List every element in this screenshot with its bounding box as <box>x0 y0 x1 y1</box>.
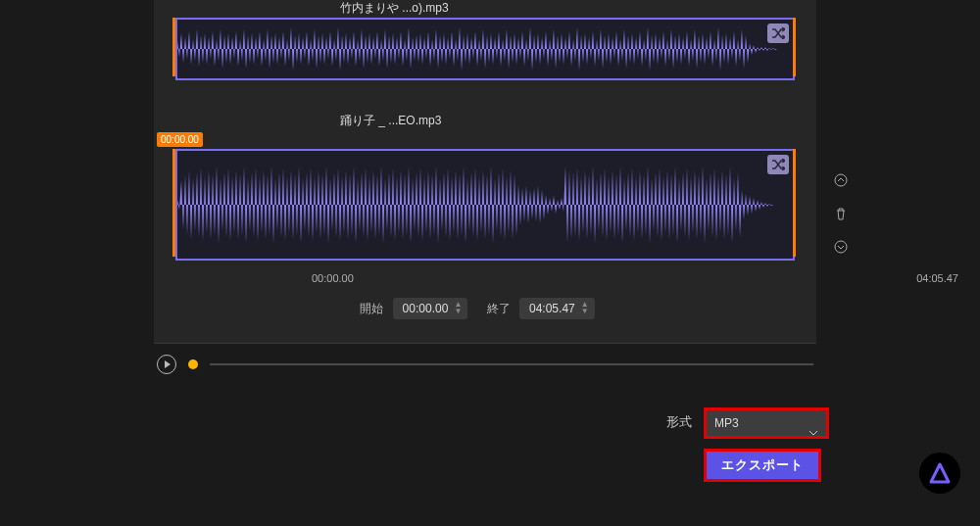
start-time-input[interactable]: 00:00.00 ▲▼ <box>393 298 468 319</box>
shuffle-icon[interactable] <box>767 155 789 174</box>
clip1-handle-left[interactable] <box>172 18 175 76</box>
clip1-handle-right[interactable] <box>793 18 796 76</box>
start-label: 開始 <box>360 302 383 315</box>
play-button[interactable] <box>157 355 176 374</box>
side-toolbar <box>833 172 849 255</box>
playhead-dot[interactable] <box>188 359 198 369</box>
end-time-input[interactable]: 04:05.47 ▲▼ <box>519 298 595 319</box>
time-start: 00:00.00 <box>312 272 354 284</box>
collapse-icon[interactable] <box>833 172 849 188</box>
range-controls: 開始 00:00.00 ▲▼ 終了 04:05.47 ▲▼ <box>154 298 816 319</box>
stepper-icon[interactable]: ▲▼ <box>581 301 589 314</box>
clip1-filename: 竹内まりや ...o).mp3 <box>340 0 449 17</box>
svg-point-3 <box>835 241 847 253</box>
time-ruler: 00:00.00 04:05.47 <box>312 272 958 284</box>
playhead-time-tag: 00:00.00 <box>157 132 203 147</box>
shuffle-icon[interactable] <box>767 24 789 43</box>
play-icon <box>165 360 171 368</box>
expand-icon[interactable] <box>833 239 849 255</box>
stepper-icon[interactable]: ▲▼ <box>454 301 462 314</box>
clip2-waveform[interactable] <box>175 149 795 261</box>
format-dropdown[interactable]: MP3 <box>704 407 829 439</box>
clip2-handle-left[interactable] <box>172 149 175 257</box>
export-button[interactable]: エクスポート <box>704 449 821 482</box>
time-end: 04:05.47 <box>916 272 958 284</box>
clip2-handle-right[interactable] <box>793 149 796 257</box>
svg-point-2 <box>835 174 847 186</box>
delete-icon[interactable] <box>833 206 849 221</box>
clip1-waveform[interactable] <box>175 18 795 80</box>
editor-panel: 竹内まりや ...o).mp3 踊り子 _ ...EO.mp3 00:00. <box>154 0 816 343</box>
divider <box>154 343 816 344</box>
playback-row <box>157 355 813 374</box>
app-logo <box>919 453 960 494</box>
waveform-svg <box>177 151 793 259</box>
clip2-filename: 踊り子 _ ...EO.mp3 <box>340 113 441 129</box>
chevron-down-icon <box>808 419 818 445</box>
waveform-svg <box>177 20 793 78</box>
seek-track[interactable] <box>210 363 813 365</box>
format-label: 形式 <box>666 413 692 431</box>
end-label: 終了 <box>487 302 511 315</box>
